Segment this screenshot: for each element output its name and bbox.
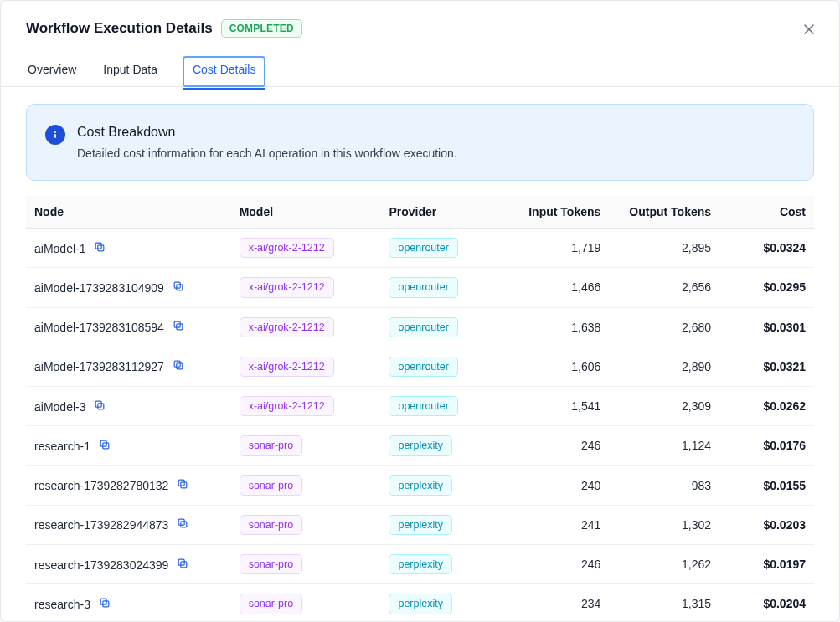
- provider-chip: perplexity: [389, 515, 452, 535]
- output-tokens: 2,890: [609, 347, 719, 386]
- svg-rect-11: [174, 362, 180, 368]
- node-name: aiModel-1739283112927: [34, 360, 164, 373]
- table-row: aiModel-1739283112927 x-ai/grok-2-1212 o…: [26, 347, 814, 386]
- copy-icon: [177, 478, 188, 490]
- col-node: Node: [26, 196, 231, 229]
- input-tokens: 1,606: [507, 347, 609, 386]
- node-name: research-1739282944873: [34, 518, 168, 532]
- provider-chip: perplexity: [389, 594, 452, 614]
- input-tokens: 234: [507, 584, 609, 621]
- tab-cost-details[interactable]: Cost Details: [183, 56, 265, 87]
- model-chip: x-ai/grok-2-1212: [240, 357, 334, 377]
- row-cost: $0.0203: [719, 505, 814, 544]
- svg-rect-7: [174, 282, 180, 288]
- row-cost: $0.0324: [719, 229, 814, 268]
- content-area: Cost Breakdown Detailed cost information…: [1, 87, 839, 621]
- row-cost: $0.0301: [719, 307, 814, 347]
- status-badge: COMPLETED: [221, 19, 302, 38]
- model-chip: x-ai/grok-2-1212: [240, 238, 334, 258]
- copy-icon: [94, 241, 106, 253]
- copy-node-button[interactable]: [173, 359, 184, 371]
- row-cost: $0.0197: [719, 545, 814, 584]
- svg-rect-5: [96, 243, 102, 249]
- copy-node-button[interactable]: [94, 399, 106, 411]
- copy-node-button[interactable]: [99, 439, 111, 450]
- copy-node-button[interactable]: [173, 320, 184, 332]
- svg-rect-12: [98, 403, 104, 409]
- input-tokens: 1,638: [507, 307, 609, 347]
- svg-rect-23: [100, 599, 106, 604]
- copy-node-button[interactable]: [94, 241, 106, 253]
- model-chip: x-ai/grok-2-1212: [240, 277, 334, 297]
- copy-icon: [177, 517, 188, 529]
- tabs: Overview Input Data Cost Details: [1, 46, 839, 87]
- svg-rect-13: [96, 401, 102, 407]
- input-tokens: 241: [507, 505, 609, 544]
- input-tokens: 1,541: [507, 387, 609, 426]
- row-cost: $0.0176: [719, 426, 814, 465]
- provider-chip: perplexity: [389, 475, 452, 496]
- provider-chip: openrouter: [389, 317, 457, 337]
- output-tokens: 2,656: [609, 268, 719, 307]
- table-row: research-1 sonar-pro perplexity 246 1,12…: [26, 426, 814, 465]
- model-chip: sonar-pro: [240, 515, 303, 535]
- provider-chip: perplexity: [389, 554, 452, 574]
- model-chip: sonar-pro: [240, 594, 303, 614]
- copy-node-button[interactable]: [177, 517, 188, 529]
- svg-rect-4: [98, 244, 104, 250]
- row-cost: $0.0204: [719, 584, 814, 621]
- provider-chip: openrouter: [389, 277, 457, 297]
- svg-rect-14: [103, 443, 109, 449]
- col-model: Model: [231, 196, 381, 229]
- close-button[interactable]: [797, 18, 821, 41]
- model-chip: x-ai/grok-2-1212: [240, 317, 334, 337]
- col-cost: Cost: [719, 196, 814, 229]
- node-name: aiModel-1: [34, 242, 85, 255]
- node-name: research-3: [34, 598, 90, 611]
- provider-chip: openrouter: [389, 357, 457, 377]
- node-name: research-1739283024399: [34, 558, 168, 572]
- provider-chip: perplexity: [389, 435, 452, 455]
- modal-header: Workflow Execution Details COMPLETED: [1, 1, 839, 46]
- table-row: research-1739283024399 sonar-pro perplex…: [26, 545, 814, 584]
- node-name: research-1: [34, 440, 90, 453]
- svg-rect-9: [174, 321, 180, 327]
- output-tokens: 2,309: [609, 387, 719, 426]
- input-tokens: 1,719: [507, 229, 609, 268]
- info-icon: [45, 125, 65, 145]
- tab-overview[interactable]: Overview: [26, 56, 78, 86]
- model-chip: sonar-pro: [240, 554, 303, 574]
- table-row: research-3 sonar-pro perplexity 234 1,31…: [26, 584, 814, 621]
- output-tokens: 1,124: [609, 426, 719, 465]
- output-tokens: 983: [609, 465, 719, 505]
- copy-icon: [94, 399, 106, 411]
- cost-table: Node Model Provider Input Tokens Output …: [26, 196, 814, 621]
- copy-node-button[interactable]: [99, 597, 111, 609]
- copy-node-button[interactable]: [177, 558, 188, 569]
- col-input-tokens: Input Tokens: [507, 196, 609, 229]
- copy-icon: [99, 597, 111, 609]
- svg-rect-10: [177, 363, 183, 369]
- copy-node-button[interactable]: [173, 280, 184, 292]
- svg-rect-8: [177, 324, 183, 330]
- copy-node-button[interactable]: [177, 478, 188, 490]
- copy-icon: [173, 280, 184, 292]
- row-cost: $0.0295: [719, 268, 814, 307]
- info-description: Detailed cost information for each AI op…: [77, 147, 457, 160]
- output-tokens: 1,302: [609, 505, 719, 544]
- tab-input-data[interactable]: Input Data: [101, 56, 159, 86]
- table-row: aiModel-1 x-ai/grok-2-1212 openrouter 1,…: [26, 229, 814, 268]
- output-tokens: 2,680: [609, 307, 719, 347]
- provider-chip: openrouter: [389, 238, 457, 258]
- close-icon: [802, 23, 816, 36]
- svg-rect-21: [178, 559, 184, 565]
- table-row: aiModel-1739283104909 x-ai/grok-2-1212 o…: [26, 268, 814, 307]
- copy-icon: [173, 320, 184, 332]
- node-name: aiModel-3: [34, 400, 85, 414]
- col-provider: Provider: [380, 196, 507, 229]
- model-chip: sonar-pro: [240, 435, 303, 455]
- svg-rect-20: [181, 561, 187, 567]
- node-name: aiModel-1739283108594: [34, 321, 164, 334]
- node-name: aiModel-1739283104909: [34, 281, 164, 295]
- row-cost: $0.0262: [719, 387, 814, 426]
